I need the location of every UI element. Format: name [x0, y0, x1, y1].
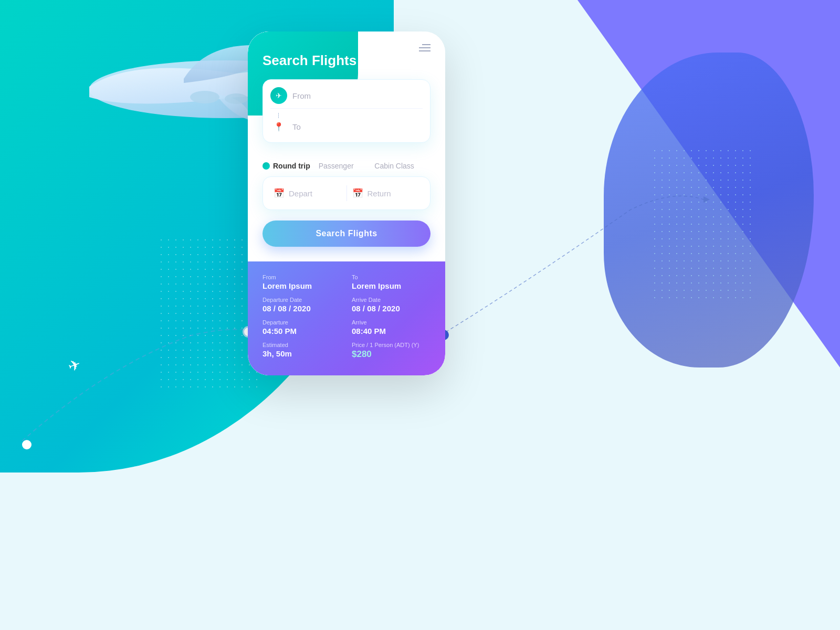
estimated-label: Estimated — [262, 342, 341, 348]
svg-point-2 — [225, 93, 248, 104]
cabin-class-label: Cabin Class — [374, 162, 414, 170]
round-trip-dot — [262, 162, 270, 170]
return-calendar-icon: 📅 — [352, 188, 363, 199]
to-value: Lorem Ipsum — [352, 281, 430, 290]
departure-label: Departure — [262, 319, 341, 326]
card-top-section: Search Flights ✈ 📍 — [248, 32, 445, 155]
svg-point-1 — [190, 91, 219, 103]
depart-date-field[interactable]: 📅 Depart — [274, 188, 341, 199]
search-flights-button[interactable]: Search Flights — [262, 220, 430, 247]
result-departure-date-block: Departure Date 08 / 08 / 2020 — [262, 297, 341, 313]
result-departure-time-block: Departure 04:50 PM — [262, 319, 341, 335]
from-input[interactable] — [292, 91, 423, 100]
result-arrive-date-block: Arrive Date 08 / 08 / 2020 — [352, 297, 430, 313]
result-card: From Lorem Ipsum To Lorem Ipsum Departur… — [248, 261, 445, 375]
cabin-class-option[interactable]: Cabin Class — [374, 162, 430, 170]
phone-card: Search Flights ✈ 📍 Round trip Passenger … — [248, 32, 445, 375]
pin-to-icon: 📍 — [270, 118, 287, 135]
vertical-divider — [278, 113, 279, 118]
to-input[interactable] — [292, 122, 423, 131]
arrive-value: 08:40 PM — [352, 327, 430, 335]
to-label: To — [352, 274, 430, 280]
dots-pattern-right — [651, 147, 756, 304]
arrive-date-label: Arrive Date — [352, 297, 430, 303]
passenger-label: Passenger — [319, 162, 354, 170]
from-to-container: ✈ 📍 — [262, 79, 430, 143]
result-from-block: From Lorem Ipsum — [262, 274, 341, 290]
from-row: ✈ — [270, 87, 423, 109]
departure-date-value: 08 / 08 / 2020 — [262, 304, 341, 313]
departure-date-label: Departure Date — [262, 297, 341, 303]
to-row: 📍 — [270, 118, 423, 135]
result-arrive-time-block: Arrive 08:40 PM — [352, 319, 430, 335]
result-estimated-block: Estimated 3h, 50m — [262, 342, 341, 360]
date-divider — [346, 185, 347, 201]
return-placeholder: Return — [368, 189, 391, 198]
dot-white-left — [22, 440, 32, 449]
result-grid: From Lorem Ipsum To Lorem Ipsum Departur… — [262, 274, 430, 360]
from-label: From — [262, 274, 341, 280]
round-trip-label: Round trip — [273, 162, 310, 170]
estimated-value: 3h, 50m — [262, 349, 341, 358]
depart-calendar-icon: 📅 — [274, 188, 285, 199]
passenger-option[interactable]: Passenger — [319, 162, 375, 170]
round-trip-option[interactable]: Round trip — [262, 162, 319, 170]
depart-placeholder: Depart — [289, 189, 312, 198]
from-value: Lorem Ipsum — [262, 281, 341, 290]
card-title: Search Flights — [262, 47, 430, 69]
price-value: $280 — [352, 349, 430, 360]
trip-options-bar: Round trip Passenger Cabin Class — [248, 155, 445, 176]
departure-value: 04:50 PM — [262, 327, 341, 335]
dots-pattern-left — [158, 236, 262, 394]
arrive-date-value: 08 / 08 / 2020 — [352, 304, 430, 313]
arrive-label: Arrive — [352, 319, 430, 326]
result-to-block: To Lorem Ipsum — [352, 274, 430, 290]
return-date-field[interactable]: 📅 Return — [352, 188, 420, 199]
price-label: Price / 1 Person (ADT) (Y) — [352, 342, 430, 348]
result-price-block: Price / 1 Person (ADT) (Y) $280 — [352, 342, 430, 360]
date-box: 📅 Depart 📅 Return — [262, 176, 430, 210]
airplane-from-icon: ✈ — [270, 87, 287, 104]
menu-icon[interactable] — [419, 42, 430, 54]
